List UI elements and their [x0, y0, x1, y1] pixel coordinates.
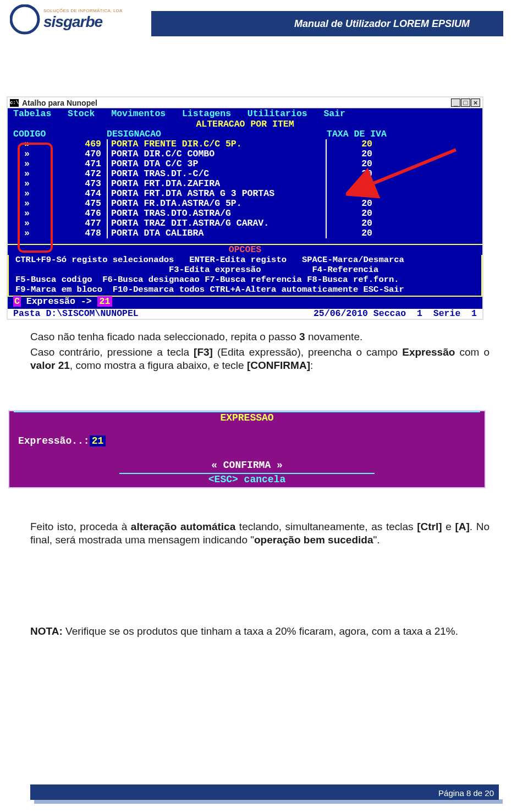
- table-row[interactable]: 477PORTA TRAZ DIT.ASTRA/G CARAV.20: [8, 219, 482, 228]
- cell-taxa: 20: [327, 228, 477, 238]
- logo-subtitle: SOLUÇÕES DE INFORMÁTICA, LDA: [43, 8, 123, 13]
- table-row[interactable]: 470PORTA DIR.C/C COMBO20: [8, 149, 482, 159]
- footer-shadow: [34, 799, 503, 804]
- footer-bar: [30, 784, 499, 800]
- footer-page: Página 8 de 20: [438, 788, 494, 798]
- cell-taxa: 20: [327, 219, 477, 228]
- cell-taxa: 20: [327, 139, 477, 149]
- paragraph-4: NOTA: Verifique se os produtos que tinha…: [30, 625, 490, 638]
- expression-dialog: EXPRESSAO Expressão..:21 « CONFIRMA » <E…: [8, 410, 486, 488]
- expression-field-value[interactable]: 21: [90, 435, 106, 446]
- opcoes-header: OPCOES: [8, 244, 482, 255]
- table-row[interactable]: 469PORTA FRENTE DIR.C/C 5P.20: [8, 139, 482, 149]
- svg-point-0: [11, 6, 38, 33]
- col-header-taxa: TAXA DE IVA: [327, 129, 477, 139]
- cmd-icon: c:\: [10, 99, 19, 107]
- cell-designacao: PORTA FRT.DTA.ZAFIRA: [107, 179, 327, 189]
- cell-designacao: PORTA DTA CALIBRA: [107, 228, 327, 238]
- cell-designacao: PORTA FR.DTA.ASTRA/G 5P.: [107, 199, 327, 209]
- cell-taxa: 20: [327, 149, 477, 159]
- expression-field-row: Expressão..:21: [9, 426, 485, 457]
- cell-designacao: PORTA DIR.C/C COMBO: [107, 149, 327, 159]
- cell-codigo: 475: [13, 199, 107, 209]
- expression-dialog-title: EXPRESSAO: [14, 411, 480, 423]
- status-date: 25/06/2010 Seccao 1 Serie 1: [314, 309, 477, 319]
- status-bar: Pasta D:\SISCOM\NUNOPEL 25/06/2010 Secca…: [8, 309, 482, 319]
- cell-taxa: 20: [327, 179, 477, 189]
- cell-taxa: 20: [327, 169, 477, 179]
- cell-codigo: 477: [13, 219, 107, 228]
- maximize-button[interactable]: □: [461, 99, 470, 107]
- expression-value[interactable]: 21: [97, 296, 113, 307]
- cell-designacao: PORTA DTA C/C 3P: [107, 159, 327, 169]
- cell-taxa: 20: [327, 199, 477, 209]
- section-title: ALTERACAO POR ITEM: [8, 119, 482, 129]
- menu-row[interactable]: Tabelas Stock Movimentos Listagens Utili…: [8, 108, 482, 119]
- cell-taxa: 20: [327, 159, 477, 169]
- logo-swirl-icon: [10, 4, 40, 35]
- column-headers: CODIGO DESIGNACAO TAXA DE IVA: [8, 129, 482, 139]
- cell-designacao: PORTA FRENTE DIR.C/C 5P.: [107, 139, 327, 149]
- cell-codigo: 472: [13, 169, 107, 179]
- table-row[interactable]: 471PORTA DTA C/C 3P20: [8, 159, 482, 169]
- col-header-designacao: DESIGNACAO: [107, 129, 327, 139]
- logo-text: sisgarbe: [43, 13, 123, 31]
- table-row[interactable]: 475PORTA FR.DTA.ASTRA/G 5P.20: [8, 199, 482, 209]
- window-title: Atalho para Nunopel: [22, 98, 97, 108]
- status-path: Pasta D:\SISCOM\NUNOPEL: [13, 309, 139, 319]
- expression-prefix: C: [13, 296, 21, 307]
- cell-codigo: 470: [13, 149, 107, 159]
- expression-label: Expressão ->: [26, 296, 92, 307]
- cell-designacao: PORTA TRAS.DTO.ASTRA/G: [107, 209, 327, 219]
- table-row[interactable]: 476PORTA TRAS.DTO.ASTRA/G20: [8, 209, 482, 219]
- cell-taxa: 20: [327, 209, 477, 219]
- cell-codigo: 474: [13, 189, 107, 199]
- table-row[interactable]: 472PORTA TRAS.DT.-C/C20: [8, 169, 482, 179]
- cell-codigo: 478: [13, 228, 107, 238]
- terminal-window: c:\ Atalho para Nunopel _ □ × Tabelas St…: [7, 96, 483, 320]
- paragraph-1: Caso não tenha ficado nada seleccionado,…: [30, 330, 490, 344]
- cell-codigo: 476: [13, 209, 107, 219]
- table-row[interactable]: 478PORTA DTA CALIBRA20: [8, 228, 482, 238]
- paragraph-2: Caso contrário, pressione a tecla [F3] (…: [30, 346, 490, 372]
- esc-cancel[interactable]: <ESC> cancela: [119, 473, 375, 485]
- cell-codigo: 471: [13, 159, 107, 169]
- help-block: CTRL+F9-Só registo selecionados ENTER-Ed…: [8, 255, 482, 297]
- header-title: Manual de Utilizador LOREM EPSIUM: [294, 18, 470, 30]
- table-row[interactable]: 473PORTA FRT.DTA.ZAFIRA20: [8, 179, 482, 189]
- cell-designacao: PORTA FRT.DTA ASTRA G 3 PORTAS: [107, 189, 327, 199]
- terminal-body: Tabelas Stock Movimentos Listagens Utili…: [8, 108, 482, 319]
- col-header-codigo: CODIGO: [13, 129, 107, 139]
- cell-codigo: 469: [13, 139, 107, 149]
- expression-field-label: Expressão..:: [18, 435, 90, 446]
- header-bar: Manual de Utilizador LOREM EPSIUM: [151, 11, 503, 36]
- cell-taxa: 20: [327, 189, 477, 199]
- minimize-button[interactable]: _: [451, 99, 460, 107]
- expression-inline: C Expressão -> 21: [8, 297, 482, 309]
- close-button[interactable]: ×: [471, 99, 480, 107]
- logo: SOLUÇÕES DE INFORMÁTICA, LDA sisgarbe: [10, 4, 123, 35]
- table-row[interactable]: 474PORTA FRT.DTA ASTRA G 3 PORTAS20: [8, 189, 482, 199]
- cell-codigo: 473: [13, 179, 107, 189]
- terminal-titlebar: c:\ Atalho para Nunopel _ □ ×: [8, 97, 482, 108]
- cell-designacao: PORTA TRAZ DIT.ASTRA/G CARAV.: [107, 219, 327, 228]
- confirm-button[interactable]: « CONFIRMA »: [9, 457, 485, 473]
- cell-designacao: PORTA TRAS.DT.-C/C: [107, 169, 327, 179]
- paragraph-3: Feito isto, proceda à alteração automáti…: [30, 520, 490, 547]
